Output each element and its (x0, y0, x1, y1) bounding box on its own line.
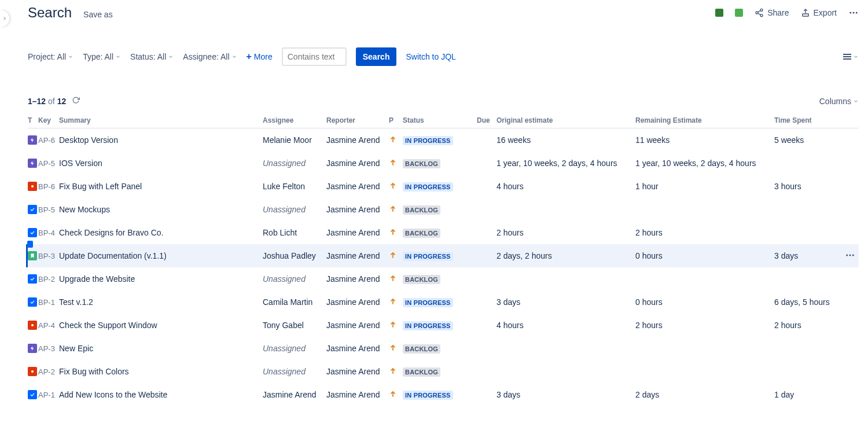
svg-point-0 (760, 9, 763, 11)
assignee-cell: Unassigned (263, 274, 326, 284)
summary-cell[interactable]: Update Documentation (v.1.1) (59, 251, 263, 260)
bug-icon (28, 182, 37, 191)
key-cell[interactable]: BP-6 (38, 182, 59, 191)
orig-est-cell: 1 year, 10 weeks, 2 days, 4 hours (496, 159, 635, 168)
row-actions-button[interactable] (845, 250, 859, 262)
key-cell[interactable]: BP-4 (38, 229, 59, 237)
save-as-button[interactable]: Save as (83, 10, 113, 19)
col-key[interactable]: Key (38, 116, 59, 124)
time-spent-cell: 3 days (774, 251, 845, 260)
reporter-cell: Jasmine Arend (326, 205, 389, 214)
col-rem-est[interactable]: Remaining Estimate (635, 116, 774, 124)
table-row[interactable]: AP-3 New Epic Unassigned Jasmine Arend B… (28, 337, 859, 360)
epic-icon (28, 135, 37, 145)
col-due[interactable]: Due (477, 116, 496, 124)
row-marker-icon (27, 241, 33, 248)
table-row[interactable]: BP-6 Fix Bug with Left Panel Luke Felton… (28, 175, 859, 198)
filter-assignee-dropdown[interactable]: Assignee: All (183, 52, 237, 61)
table-row[interactable]: AP-1 Add New Icons to the Website Jasmin… (28, 383, 859, 406)
summary-cell[interactable]: Fix Bug with Colors (59, 367, 263, 376)
ellipsis-icon (845, 250, 855, 260)
share-button[interactable]: Share (755, 8, 789, 17)
view-switcher[interactable] (843, 54, 859, 60)
columns-dropdown[interactable]: Columns (819, 97, 859, 106)
search-button[interactable]: Search (356, 47, 397, 66)
bug-icon (28, 367, 37, 376)
col-summary[interactable]: Summary (59, 116, 263, 124)
table-row[interactable]: BP-3 Update Documentation (v.1.1) Joshua… (28, 244, 859, 267)
summary-cell[interactable]: IOS Version (59, 159, 263, 168)
key-cell[interactable]: AP-5 (38, 159, 59, 168)
col-assignee[interactable]: Assignee (263, 116, 326, 124)
status-cell: BACKLOG (403, 274, 477, 284)
key-cell[interactable]: AP-2 (38, 367, 59, 376)
status-cell: IN PROGRESS (403, 297, 477, 307)
col-status[interactable]: Status (403, 116, 477, 124)
filter-status-dropdown[interactable]: Status: All (130, 52, 174, 61)
col-time-spent[interactable]: Time Spent (774, 116, 845, 124)
key-cell[interactable]: BP-3 (38, 252, 59, 260)
table-row[interactable]: AP-2 Fix Bug with Colors Unassigned Jasm… (28, 360, 859, 383)
table-row[interactable]: BP-5 New Mockups Unassigned Jasmine Aren… (28, 198, 859, 221)
col-reporter[interactable]: Reporter (326, 116, 389, 124)
svg-point-42 (31, 324, 34, 326)
export-excel-button[interactable] (715, 9, 723, 17)
status-badge: IN PROGRESS (403, 321, 453, 330)
status-cell: IN PROGRESS (403, 251, 477, 261)
summary-cell[interactable]: New Epic (59, 344, 263, 353)
key-cell[interactable]: BP-2 (38, 275, 59, 284)
export-button[interactable]: Export (801, 8, 837, 17)
type-cell (28, 297, 38, 307)
summary-cell[interactable]: Fix Bug with Left Panel (59, 182, 263, 191)
col-priority[interactable]: P (389, 116, 403, 124)
priority-up-icon (389, 135, 397, 144)
table-row[interactable]: BP-2 Upgrade the Website Unassigned Jasm… (28, 267, 859, 290)
export-sheets-button[interactable] (735, 9, 743, 17)
key-cell[interactable]: AP-4 (38, 321, 59, 330)
key-cell[interactable]: AP-3 (38, 344, 59, 353)
col-orig-est[interactable]: Original estimate (496, 116, 635, 124)
refresh-button[interactable] (72, 96, 80, 106)
orig-est-cell: 2 hours (496, 228, 635, 237)
chevron-down-icon (68, 54, 73, 60)
summary-cell[interactable]: Check Designs for Bravo Co. (59, 228, 263, 237)
priority-cell (389, 321, 403, 330)
switch-to-jql-link[interactable]: Switch to JQL (406, 52, 455, 61)
table-row[interactable]: AP-5 IOS Version Unassigned Jasmine Aren… (28, 152, 859, 175)
time-spent-cell: 3 hours (774, 182, 845, 191)
key-cell[interactable]: BP-5 (38, 205, 59, 214)
table-row[interactable]: BP-1 Test v.1.2 Camila Martin Jasmine Ar… (28, 290, 859, 314)
story-icon (28, 251, 37, 260)
summary-cell[interactable]: Desktop Version (59, 135, 263, 145)
reporter-cell: Jasmine Arend (326, 135, 389, 145)
assignee-cell: Unassigned (263, 159, 326, 168)
svg-point-1 (756, 12, 758, 14)
summary-cell[interactable]: Test v.1.2 (59, 297, 263, 307)
summary-cell[interactable]: New Mockups (59, 205, 263, 214)
table-row[interactable]: BP-4 Check Designs for Bravo Co. Rob Lic… (28, 221, 859, 244)
type-cell (28, 390, 38, 399)
filter-assignee-label: Assignee: All (183, 52, 229, 61)
svg-line-3 (758, 10, 761, 12)
status-badge: BACKLOG (403, 367, 440, 377)
summary-cell[interactable]: Check the Support Window (59, 321, 263, 330)
priority-up-icon (389, 251, 397, 259)
type-cell (28, 159, 38, 168)
assignee-cell: Joshua Padley (263, 251, 326, 260)
more-actions-button[interactable] (848, 8, 859, 18)
key-cell[interactable]: AP-6 (38, 136, 59, 145)
search-input[interactable] (282, 47, 347, 66)
table-row[interactable]: AP-4 Check the Support Window Tony Gabel… (28, 314, 859, 337)
summary-cell[interactable]: Add New Icons to the Website (59, 390, 263, 399)
more-filters-button[interactable]: +More (247, 52, 273, 62)
filter-type-dropdown[interactable]: Type: All (83, 52, 121, 61)
filter-project-dropdown[interactable]: Project: All (28, 52, 73, 61)
summary-cell[interactable]: Upgrade the Website (59, 274, 263, 284)
table-row[interactable]: AP-6 Desktop Version Melanie Moor Jasmin… (28, 128, 859, 152)
reporter-cell: Jasmine Arend (326, 228, 389, 237)
list-view-icon (843, 54, 851, 60)
svg-point-6 (849, 12, 851, 14)
key-cell[interactable]: AP-1 (38, 391, 59, 399)
key-cell[interactable]: BP-1 (38, 298, 59, 307)
col-type[interactable]: T (28, 116, 38, 124)
